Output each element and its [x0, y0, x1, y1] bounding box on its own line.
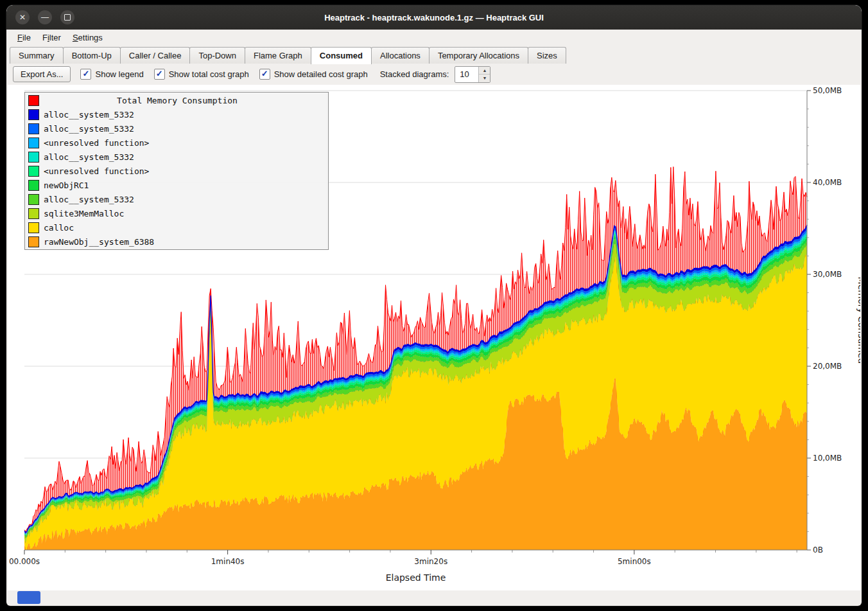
- y-axis-title: Memory Consumed: [856, 277, 860, 364]
- legend-swatch: [28, 194, 39, 205]
- chart-panel[interactable]: 0B10,0MB20,0MB30,0MB40,0MB50,0MB00.000s1…: [8, 85, 860, 590]
- checkbox-show-legend[interactable]: ✓Show legend: [80, 69, 143, 80]
- toolbar: Export As... ✓Show legend✓Show total cos…: [8, 64, 860, 85]
- legend-swatch: [28, 166, 39, 177]
- legend-item: alloc__system_5332: [26, 121, 327, 136]
- checkbox-label: Show total cost graph: [169, 69, 249, 79]
- legend-swatch: [28, 180, 39, 191]
- legend-item: alloc__system_5332: [26, 192, 327, 206]
- x-tick-label: 3min20s: [414, 557, 447, 566]
- legend-swatch: [28, 236, 39, 247]
- legend-item: calloc: [26, 220, 327, 235]
- close-icon: ✕: [19, 13, 26, 22]
- tab-top-down[interactable]: Top-Down: [189, 47, 245, 64]
- titlebar[interactable]: ✕ — Heaptrack - heaptrack.wakunode.1.gz …: [6, 5, 862, 30]
- minimize-button[interactable]: —: [38, 10, 52, 24]
- chart-legend: Total Memory Consumption alloc__system_5…: [24, 92, 329, 250]
- legend-label: alloc__system_5332: [44, 110, 134, 120]
- legend-swatch: [28, 109, 39, 120]
- legend-item: rawNewObj__system_6388: [26, 235, 327, 249]
- legend-title-row: Total Memory Consumption: [26, 93, 327, 107]
- tab-bar: SummaryBottom-UpCaller / CalleeTop-DownF…: [8, 46, 860, 64]
- close-button[interactable]: ✕: [15, 10, 30, 24]
- menubar: FileFilterSettings: [8, 30, 860, 46]
- legend-label: alloc__system_5332: [44, 195, 134, 204]
- stacked-diagrams-spinbox[interactable]: 10 ▲ ▼: [455, 66, 490, 83]
- y-tick-label: 40,0MB: [813, 178, 842, 187]
- menu-filter[interactable]: Filter: [37, 31, 67, 44]
- checkbox-group: ✓Show legend✓Show total cost graph✓Show …: [80, 69, 367, 80]
- tab-consumed[interactable]: Consumed: [311, 47, 372, 64]
- maximize-icon: [64, 14, 71, 21]
- legend-title: Total Memory Consumption: [44, 96, 311, 105]
- y-tick-label: 30,0MB: [813, 270, 842, 279]
- legend-swatch: [28, 137, 39, 148]
- legend-label: <unresolved function>: [44, 138, 149, 148]
- legend-swatch: [28, 208, 39, 219]
- legend-label: newObjRC1: [44, 181, 89, 190]
- tab-caller-callee[interactable]: Caller / Callee: [120, 47, 191, 64]
- legend-total-swatch: [28, 95, 39, 106]
- legend-item: <unresolved function>: [26, 136, 327, 150]
- spinbox-up-button[interactable]: ▲: [479, 67, 490, 75]
- window-title: Heaptrack - heaptrack.wakunode.1.gz — He…: [6, 13, 862, 22]
- legend-item: <unresolved function>: [26, 164, 327, 178]
- menu-file[interactable]: File: [12, 31, 37, 44]
- legend-item: newObjRC1: [26, 178, 327, 192]
- export-as-button[interactable]: Export As...: [13, 66, 71, 82]
- y-tick-label: 0B: [813, 545, 823, 554]
- spinbox-value[interactable]: 10: [455, 67, 478, 82]
- x-tick-label: 00.000s: [9, 557, 40, 566]
- legend-label: alloc__system_5332: [44, 152, 134, 162]
- legend-item: sqlite3MemMalloc: [26, 206, 327, 220]
- y-tick-label: 10,0MB: [813, 454, 842, 463]
- tab-bottom-up[interactable]: Bottom-Up: [63, 47, 121, 64]
- app-window: ✕ — Heaptrack - heaptrack.wakunode.1.gz …: [6, 5, 862, 606]
- tab-allocations[interactable]: Allocations: [371, 47, 430, 64]
- legend-item: alloc__system_5332: [26, 107, 327, 121]
- legend-label: rawNewObj__system_6388: [44, 237, 154, 247]
- x-axis-title: Elapsed Time: [386, 572, 446, 583]
- spinbox-down-button[interactable]: ▼: [479, 75, 490, 82]
- checkbox-show-total-cost-graph[interactable]: ✓Show total cost graph: [154, 69, 249, 80]
- tab-summary[interactable]: Summary: [10, 47, 64, 64]
- legend-label: sqlite3MemMalloc: [44, 209, 124, 218]
- maximize-button[interactable]: [60, 10, 74, 24]
- x-tick-label: 1min40s: [211, 557, 245, 566]
- x-tick-label: 5min00s: [618, 557, 651, 566]
- checkbox-indicator[interactable]: ✓: [259, 69, 270, 80]
- legend-label: <unresolved function>: [44, 166, 149, 176]
- checkbox-label: Show detailed cost graph: [274, 69, 368, 79]
- spinbox-buttons: ▲ ▼: [478, 67, 490, 82]
- horizontal-scrollbar-handle[interactable]: [17, 591, 40, 604]
- tab-flame-graph[interactable]: Flame Graph: [245, 47, 311, 64]
- legend-item: alloc__system_5332: [26, 150, 327, 164]
- checkbox-indicator[interactable]: ✓: [154, 69, 165, 80]
- tab-sizes[interactable]: Sizes: [528, 47, 566, 64]
- checkbox-show-detailed-cost-graph[interactable]: ✓Show detailed cost graph: [259, 69, 368, 80]
- checkbox-indicator[interactable]: ✓: [80, 69, 91, 80]
- menu-settings[interactable]: Settings: [67, 31, 108, 44]
- y-tick-label: 50,0MB: [813, 86, 842, 95]
- legend-label: alloc__system_5332: [44, 124, 134, 134]
- legend-swatch: [28, 123, 39, 134]
- checkbox-label: Show legend: [95, 69, 143, 79]
- tab-temporary-allocations[interactable]: Temporary Allocations: [429, 47, 528, 64]
- legend-label: calloc: [44, 223, 74, 233]
- legend-swatch: [28, 222, 39, 233]
- y-tick-label: 20,0MB: [813, 362, 842, 371]
- stacked-diagrams-label: Stacked diagrams:: [380, 69, 449, 79]
- minimize-icon: —: [41, 13, 49, 22]
- legend-swatch: [28, 152, 39, 163]
